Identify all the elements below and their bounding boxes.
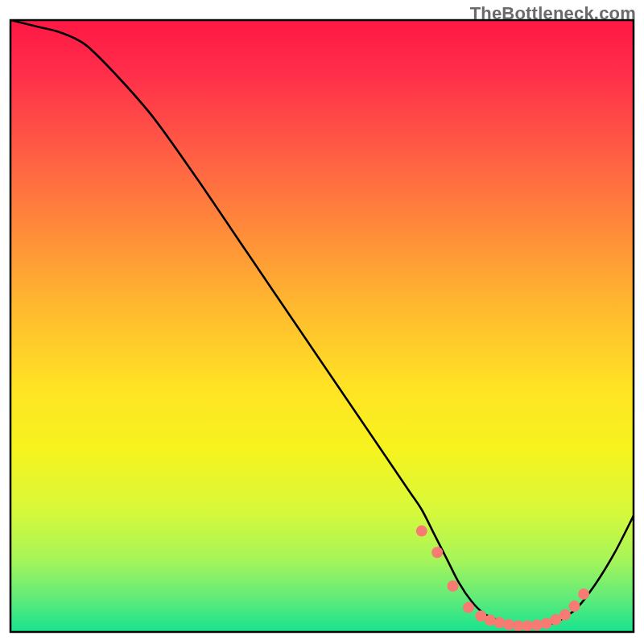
curve-marker <box>416 526 427 537</box>
curve-marker <box>463 602 474 613</box>
curve-marker <box>559 609 571 621</box>
gradient-background <box>10 20 634 632</box>
curve-marker <box>569 601 580 612</box>
chart-container: TheBottleneck.com <box>0 0 644 644</box>
curve-marker <box>431 547 443 558</box>
curve-marker <box>531 620 543 631</box>
curve-marker <box>494 617 506 629</box>
curve-marker <box>578 588 589 600</box>
watermark-label: TheBottleneck.com <box>470 3 636 24</box>
curve-marker <box>448 580 459 592</box>
bottleneck-chart <box>0 0 644 644</box>
